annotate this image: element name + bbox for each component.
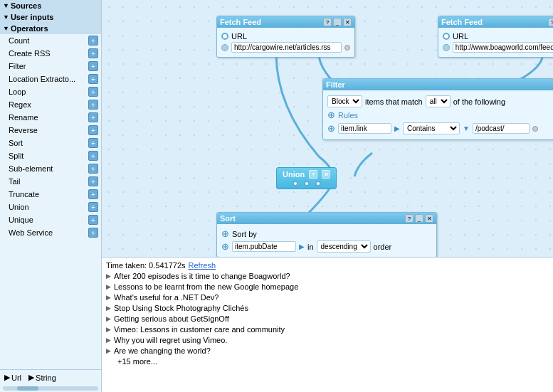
sidebar-item-string[interactable]: ▶ String xyxy=(26,371,59,383)
sort-in-label: in xyxy=(307,243,314,251)
sort-title-bar[interactable]: Sort ? _ ✕ xyxy=(217,213,436,224)
sidebar-item-filter[interactable]: Filter+ xyxy=(0,60,101,73)
sidebar-item-sub-element[interactable]: Sub-element+ xyxy=(0,162,101,175)
sidebar-item-regex[interactable]: Regex+ xyxy=(0,98,101,111)
filter-body: Block items that match all of the follow… xyxy=(323,90,553,139)
sidebar-item-url[interactable]: ▶ Url xyxy=(1,371,24,383)
sidebar-item-label: Split xyxy=(9,152,23,160)
sidebar-item-truncate[interactable]: Truncate+ xyxy=(0,188,101,201)
filter-title-bar[interactable]: Filter ? _ ✕ xyxy=(323,79,553,90)
sort-by-label: Sort by xyxy=(232,230,257,238)
sidebar-item-plus[interactable]: + xyxy=(88,61,98,71)
bottom-panel-item[interactable]: ▶Stop Using Stock Photography Clichés xyxy=(106,303,549,314)
sidebar-item-plus[interactable]: + xyxy=(88,125,98,135)
refresh-link[interactable]: Refresh xyxy=(189,260,216,271)
sidebar-item-plus[interactable]: + xyxy=(88,112,98,122)
fetch-feed-1-output-connector xyxy=(344,45,350,51)
item-arrow: ▶ xyxy=(106,292,111,303)
sidebar-item-plus[interactable]: + xyxy=(88,36,98,46)
sort-close[interactable]: ✕ xyxy=(425,214,433,223)
sidebar-item-web-service[interactable]: Web Service+ xyxy=(0,226,101,239)
sidebar-item-label: Reverse xyxy=(9,126,38,134)
bottom-panel-item[interactable]: ▶Vimeo: Lessons in customer care and com… xyxy=(106,324,549,335)
item-arrow: ▶ xyxy=(106,314,111,324)
filter-condition-plus: ⊕ xyxy=(327,123,335,134)
bottom-panel-item[interactable]: ▶What's useful for a .NET Dev? xyxy=(106,292,549,303)
sidebar-item-create-rss[interactable]: Create RSS+ xyxy=(0,47,101,60)
fetch-feed-1-help[interactable]: ? xyxy=(323,18,332,26)
fetch-feed-1-url-input[interactable] xyxy=(231,42,342,53)
item-text: Why you will regret using Vimeo. xyxy=(114,335,227,346)
sidebar-item-plus[interactable]: + xyxy=(88,138,98,148)
sources-arrow: ▼ xyxy=(3,2,9,9)
fetch-feed-1-controls: ? _ ✕ xyxy=(323,18,352,26)
fetch-feed-1-minimize[interactable]: _ xyxy=(333,18,342,26)
sidebar: ▼ Sources ▼ User inputs ▼ Operators Coun… xyxy=(0,0,102,392)
filter-field-input[interactable] xyxy=(338,123,391,134)
filter-condition-select[interactable]: Contains xyxy=(403,122,460,134)
sort-order-select[interactable]: descending xyxy=(317,240,371,253)
bottom-panel-item[interactable]: ▶Getting serious about GetSignOff xyxy=(106,314,549,324)
sidebar-item-plus[interactable]: + xyxy=(88,176,98,186)
fetch-feed-2-url-input[interactable] xyxy=(453,42,553,53)
sidebar-item-plus[interactable]: + xyxy=(88,164,98,174)
bottom-panel-item[interactable]: ▶Why you will regret using Vimeo. xyxy=(106,335,549,346)
sidebar-item-label: Sort xyxy=(9,139,23,147)
fetch-feed-1-close[interactable]: ✕ xyxy=(343,18,352,26)
filter-value-input[interactable] xyxy=(473,123,530,134)
sort-minimize[interactable]: _ xyxy=(415,214,423,223)
sidebar-item-plus[interactable]: + xyxy=(88,87,98,97)
fetch-feed-2-title-bar[interactable]: Fetch Feed ? _ ✕ xyxy=(438,16,553,28)
filter-all-select[interactable]: all xyxy=(426,95,451,107)
fetch-feed-1-title-bar[interactable]: Fetch Feed ? _ ✕ xyxy=(217,16,354,28)
fetch-feed-2-input-row xyxy=(443,42,553,53)
item-text: Stop Using Stock Photography Clichés xyxy=(114,303,248,314)
sort-title: Sort xyxy=(220,214,236,223)
fetch-feed-2-help[interactable]: ? xyxy=(548,18,553,26)
sidebar-item-plus[interactable]: + xyxy=(88,74,98,84)
sidebar-item-plus[interactable]: + xyxy=(88,215,98,225)
bottom-panel-item[interactable]: ▶Are we changing the world? xyxy=(106,346,549,356)
union-close[interactable]: ✕ xyxy=(322,170,330,179)
sidebar-section-operators[interactable]: ▼ Operators xyxy=(0,23,101,34)
fetch-feed-1-node: Fetch Feed ? _ ✕ URL xyxy=(216,16,355,58)
sort-plus: ⊕ xyxy=(221,228,229,239)
sidebar-item-plus[interactable]: + xyxy=(88,48,98,58)
sidebar-item-sort[interactable]: Sort+ xyxy=(0,137,101,149)
sidebar-item-location-extracto...[interactable]: Location Extracto...+ xyxy=(0,73,101,85)
sort-arrow-icon: ▶ xyxy=(299,243,305,250)
sidebar-item-plus[interactable]: + xyxy=(88,202,98,212)
filter-rules-row[interactable]: ⊕ Rules xyxy=(327,110,553,120)
sort-body: ⊕ Sort by ⊕ ▶ in descending order xyxy=(217,224,436,257)
sidebar-section-sources[interactable]: ▼ Sources xyxy=(0,0,101,11)
filter-node: Filter ? _ ✕ Block items that match all … xyxy=(322,78,553,140)
item-arrow: ▶ xyxy=(106,324,111,335)
fetch-feed-1-input-row xyxy=(221,42,350,53)
fetch-feed-2-controls: ? _ ✕ xyxy=(548,18,553,26)
sidebar-item-rename[interactable]: Rename+ xyxy=(0,111,101,124)
sidebar-item-loop[interactable]: Loop+ xyxy=(0,85,101,98)
sidebar-item-split[interactable]: Split+ xyxy=(0,149,101,162)
sidebar-item-union[interactable]: Union+ xyxy=(0,201,101,213)
fetch-feed-2-title: Fetch Feed xyxy=(441,18,483,26)
sort-field-input[interactable] xyxy=(232,241,296,252)
bottom-panel-item[interactable]: ▶After 200 episodes is it time to change… xyxy=(106,271,549,282)
sidebar-item-reverse[interactable]: Reverse+ xyxy=(0,124,101,137)
union-help[interactable]: ? xyxy=(309,170,317,179)
sort-help[interactable]: ? xyxy=(405,214,414,223)
sidebar-item-plus[interactable]: + xyxy=(88,228,98,238)
sidebar-item-plus[interactable]: + xyxy=(88,100,98,110)
sort-field-row: ⊕ ▶ in descending order xyxy=(221,240,432,253)
app-container: ▼ Sources ▼ User inputs ▼ Operators Coun… xyxy=(0,0,553,392)
sidebar-section-user-inputs[interactable]: ▼ User inputs xyxy=(0,11,101,23)
sidebar-item-tail[interactable]: Tail+ xyxy=(0,175,101,188)
union-connectors xyxy=(283,181,330,186)
sidebar-item-count[interactable]: Count+ xyxy=(0,34,101,47)
union-node[interactable]: Union ? ✕ xyxy=(276,167,337,189)
filter-block-select[interactable]: Block xyxy=(327,95,362,107)
sidebar-item-plus[interactable]: + xyxy=(88,151,98,161)
item-text: Lessons to be learnt from the new Google… xyxy=(114,282,298,292)
sidebar-item-unique[interactable]: Unique+ xyxy=(0,213,101,226)
sidebar-item-plus[interactable]: + xyxy=(88,189,98,199)
bottom-panel-item[interactable]: ▶Lessons to be learnt from the new Googl… xyxy=(106,282,549,292)
